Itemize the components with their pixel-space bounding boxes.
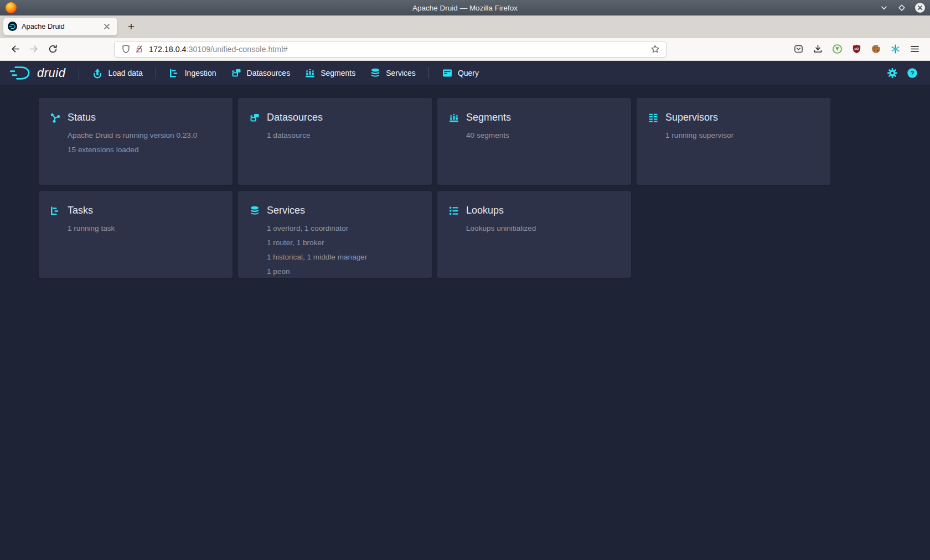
gantt-chart-icon	[50, 205, 61, 216]
druid-logo-icon	[9, 65, 32, 81]
forward-icon[interactable]	[25, 41, 42, 58]
druid-favicon	[8, 22, 17, 31]
back-icon[interactable]	[7, 41, 23, 58]
nav-item-label: Query	[458, 69, 479, 77]
database-icon	[249, 205, 260, 216]
nav-item-label: Ingestion	[185, 69, 216, 77]
card-header: Segments	[448, 112, 620, 123]
card-header: Services	[249, 205, 421, 216]
downloads-icon[interactable]	[810, 42, 825, 57]
asterisk-extension-icon[interactable]	[887, 42, 903, 57]
nav-item-label: Services	[386, 69, 416, 77]
window-titlebar: Apache Druid — Mozilla Firefox	[0, 0, 930, 15]
nav-item-load-data[interactable]: Load data	[85, 61, 149, 85]
bookmark-star-icon[interactable]	[648, 44, 662, 55]
card-title: Status	[68, 112, 96, 123]
nav-item-label: Datasources	[247, 69, 291, 77]
window-title: Apache Druid — Mozilla Firefox	[0, 4, 930, 12]
card-services[interactable]: Services1 overlord, 1 coordinator1 route…	[238, 191, 432, 278]
card-status-line: 1 peon	[267, 265, 421, 279]
new-tab-button[interactable]: +	[123, 18, 140, 35]
bar-chart-icon	[448, 112, 459, 123]
card-status-line: 1 overlord, 1 coordinator	[267, 221, 421, 236]
card-segments[interactable]: Segments40 segments	[437, 98, 631, 185]
svg-text:uO: uO	[854, 47, 859, 50]
cookie-extension-icon[interactable]	[868, 42, 884, 57]
nav-item-label: Load data	[108, 69, 142, 77]
navbar-group: Load data	[85, 61, 149, 85]
card-datasources[interactable]: Datasources1 datasource	[238, 98, 432, 185]
card-header: Supervisors	[648, 112, 819, 123]
nav-item-datasources[interactable]: Datasources	[224, 61, 298, 85]
nav-item-services[interactable]: Services	[363, 61, 423, 85]
druid-logo-text: druid	[37, 66, 65, 80]
settings-gear-icon[interactable]	[887, 68, 898, 79]
card-title: Tasks	[68, 205, 93, 216]
navbar-divider	[79, 67, 79, 79]
card-header: Datasources	[249, 112, 421, 123]
application-icon	[442, 68, 453, 79]
multi-select-icon	[249, 112, 260, 123]
card-supervisors[interactable]: Supervisors1 running supervisor	[637, 98, 830, 185]
card-header: Lookups	[448, 205, 620, 216]
minimize-icon[interactable]	[879, 3, 889, 13]
url-text[interactable]: 172.18.0.4:30109/unified-console.html#	[149, 45, 648, 54]
card-header: Status	[50, 112, 221, 123]
menu-icon[interactable]	[907, 42, 922, 57]
druid-navbar: druid Load dataIngestionDatasourcesSegme…	[0, 61, 930, 85]
navbar-group: IngestionDatasourcesSegmentsServices	[162, 61, 423, 85]
card-title: Lookups	[466, 205, 504, 216]
pocket-icon[interactable]	[790, 42, 806, 57]
tab-title: Apache Druid	[22, 22, 101, 30]
card-status-line: 1 historical, 1 middle manager	[267, 250, 421, 265]
nav-item-ingestion[interactable]: Ingestion	[162, 61, 224, 85]
card-status[interactable]: StatusApache Druid is running version 0.…	[39, 98, 232, 185]
tab-close-icon[interactable]	[101, 20, 113, 33]
card-tasks[interactable]: Tasks1 running task	[39, 191, 232, 278]
card-status-line: 1 running task	[68, 221, 221, 236]
lock-insecure-icon[interactable]	[132, 44, 146, 55]
database-icon	[370, 68, 381, 79]
nav-item-query[interactable]: Query	[435, 61, 486, 85]
card-status-line: 15 extensions loaded	[68, 143, 221, 157]
card-status-line: Apache Druid is running version 0.23.0	[68, 128, 221, 143]
firefox-icon	[6, 2, 17, 13]
reload-icon[interactable]	[44, 41, 61, 58]
url-host: 172.18.0.4	[149, 45, 187, 54]
extension-green-icon[interactable]	[829, 42, 845, 57]
bar-chart-icon	[304, 68, 316, 79]
maximize-icon[interactable]	[897, 3, 907, 13]
card-status-line: Lookups uninitialized	[466, 221, 620, 236]
card-title: Datasources	[267, 112, 323, 123]
status-cards-grid: StatusApache Druid is running version 0.…	[0, 85, 930, 278]
navbar-group: Query	[435, 61, 486, 85]
browser-toolbar: 172.18.0.4:30109/unified-console.html# u…	[0, 38, 930, 61]
gantt-chart-icon	[169, 68, 180, 79]
card-status-line: 40 segments	[466, 128, 620, 143]
graph-icon	[50, 112, 61, 123]
th-list-icon	[648, 112, 659, 123]
card-status-line: 1 router, 1 broker	[267, 236, 421, 250]
tab-bar: Apache Druid +	[0, 15, 930, 38]
shield-icon[interactable]	[119, 44, 132, 55]
card-title: Supervisors	[665, 112, 718, 123]
card-title: Services	[267, 205, 305, 216]
multi-select-icon	[231, 68, 242, 79]
svg-text:?: ?	[910, 70, 914, 76]
url-path: :30109/unified-console.html#	[187, 45, 288, 54]
home-view: StatusApache Druid is running version 0.…	[0, 85, 930, 560]
druid-logo[interactable]: druid	[9, 65, 73, 81]
card-title: Segments	[466, 112, 511, 123]
card-header: Tasks	[50, 205, 221, 216]
card-lookups[interactable]: LookupsLookups uninitialized	[437, 191, 631, 278]
card-status-line: 1 running supervisor	[665, 128, 819, 143]
close-icon[interactable]	[914, 2, 926, 13]
url-bar[interactable]: 172.18.0.4:30109/unified-console.html#	[114, 41, 666, 58]
nav-item-label: Segments	[321, 69, 355, 77]
help-icon[interactable]: ?	[907, 68, 918, 79]
properties-icon	[448, 205, 459, 216]
browser-tab-apache-druid[interactable]: Apache Druid	[3, 18, 117, 35]
nav-item-segments[interactable]: Segments	[297, 61, 363, 85]
navbar-divider	[428, 67, 429, 79]
ublock-icon[interactable]: uO	[849, 42, 864, 57]
